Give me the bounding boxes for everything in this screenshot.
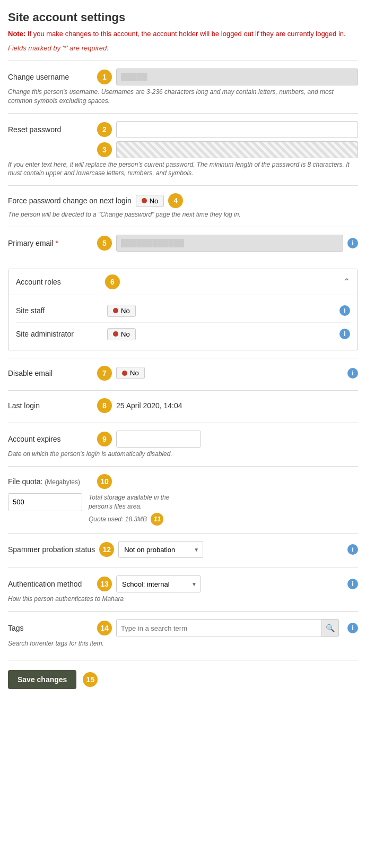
spammer-probation-info-icon[interactable]: i (347, 544, 358, 555)
spammer-probation-label: Spammer probation status (8, 545, 95, 554)
note-box: Note: If you make changes to this accoun… (8, 30, 358, 38)
change-username-label: Change username (8, 73, 93, 81)
account-expires-section: Account expires 9 📅 Date on which the pe… (8, 423, 358, 466)
tags-info-icon[interactable]: i (347, 623, 358, 633)
auth-method-select-wrap: School: internal Internal LDAP ▼ (116, 575, 201, 592)
site-admin-row: Site administrator No i (16, 323, 350, 346)
force-password-section: Force password change on next login No 4… (8, 185, 358, 227)
tags-input-wrap: 🔍 (116, 619, 339, 637)
last-login-section: Last login 8 25 April 2020, 14:04 (8, 390, 358, 423)
site-admin-toggle-value: No (121, 330, 130, 338)
auth-method-info-icon[interactable]: i (347, 579, 358, 589)
force-password-toggle-value: No (150, 197, 159, 205)
disable-email-label: Disable email (8, 369, 93, 377)
auth-method-section: Authentication method 13 School: interna… (8, 568, 358, 611)
tags-section: Tags 14 🔍 i Search for/enter tags for th… (8, 611, 358, 656)
badge-8: 8 (97, 398, 112, 413)
account-expires-row: Account expires 9 📅 (8, 431, 358, 448)
toggle-dot (142, 198, 147, 203)
tags-label: Tags (8, 624, 93, 632)
tags-search-icon[interactable]: 🔍 (321, 620, 338, 637)
badge-6: 6 (105, 274, 120, 289)
site-admin-toggle-dot (113, 331, 118, 337)
confirm-password-striped (116, 141, 358, 158)
site-staff-toggle-dot (113, 308, 118, 313)
badge-2: 2 (97, 122, 112, 137)
file-quota-row: ▼ Total storage available in the person'… (8, 493, 358, 526)
site-staff-toggle[interactable]: No (107, 305, 136, 317)
badge-1: 1 (97, 70, 112, 84)
disable-email-section: Disable email 7 No i (8, 358, 358, 390)
note-label: Note: (8, 30, 25, 38)
badge-15: 15 (83, 672, 98, 687)
file-quota-hint: Total storage available in the person's … (89, 493, 195, 511)
primary-email-input[interactable] (116, 235, 343, 252)
account-roles-header[interactable]: Account roles 6 ⌃ (8, 269, 358, 295)
file-quota-label-row: File quota: (Megabytes) 10 (8, 474, 358, 489)
last-login-row: Last login 8 25 April 2020, 14:04 (8, 398, 358, 413)
disable-email-toggle-dot (122, 371, 127, 376)
auth-method-select[interactable]: School: internal Internal LDAP (116, 575, 201, 592)
change-username-hint: Change this person's username. Usernames… (8, 88, 358, 106)
tags-input[interactable] (117, 620, 321, 637)
force-password-toggle[interactable]: No (136, 195, 164, 207)
reset-password-input[interactable] (116, 121, 358, 138)
primary-email-section: Primary email * 5 i (8, 227, 358, 261)
disable-email-toggle-value: No (130, 369, 139, 377)
reset-password-hint: If you enter text here, it will replace … (8, 160, 358, 178)
page-title: Site account settings (8, 11, 358, 24)
badge-12: 12 (99, 542, 114, 557)
force-password-row: Force password change on next login No 4 (8, 193, 358, 208)
auth-method-hint: How this person authenticates to Mahara (8, 595, 358, 604)
site-staff-label: Site staff (16, 306, 101, 315)
spammer-probation-select[interactable]: Not on probation On probation (118, 541, 203, 558)
account-roles-chevron-icon: ⌃ (343, 277, 350, 287)
file-quota-input[interactable] (8, 494, 82, 511)
last-login-value: 25 April 2020, 14:04 (116, 401, 182, 410)
badge-10: 10 (97, 474, 112, 489)
badge-13: 13 (97, 577, 112, 591)
save-section: Save changes 15 (8, 660, 358, 699)
badge-4: 4 (168, 193, 183, 208)
tags-hint: Search for/enter tags for this item. (8, 639, 358, 648)
disable-email-row: Disable email 7 No i (8, 366, 358, 381)
save-changes-button[interactable]: Save changes (8, 670, 76, 689)
note-text: If you make changes to this account, the… (28, 30, 346, 38)
badge-5: 5 (97, 236, 112, 251)
change-username-input[interactable] (116, 68, 358, 85)
site-staff-info-icon[interactable]: i (339, 305, 350, 316)
primary-email-info-icon[interactable]: i (347, 238, 358, 248)
file-quota-used: Quota used: 18.3MB 11 (89, 513, 195, 526)
confirm-password-row: 3 (8, 141, 358, 158)
tags-row: Tags 14 🔍 i (8, 619, 358, 637)
required-note: Fields marked by '*' are required. (8, 44, 358, 52)
badge-11: 11 (151, 513, 163, 526)
reset-password-section: Reset password 2 3 If you enter text her… (8, 113, 358, 186)
badge-3: 3 (97, 142, 112, 157)
reset-password-label: Reset password (8, 125, 93, 134)
primary-email-label: Primary email * (8, 239, 93, 247)
force-password-label: Force password change on next login (8, 196, 132, 205)
spammer-probation-select-wrap: Not on probation On probation ▼ (118, 541, 203, 558)
badge-7: 7 (97, 366, 112, 381)
last-login-label: Last login (8, 401, 93, 410)
auth-method-row: Authentication method 13 School: interna… (8, 575, 358, 592)
badge-14: 14 (97, 621, 112, 635)
badge-9: 9 (97, 432, 112, 446)
account-roles-label: Account roles (16, 278, 101, 286)
spammer-probation-section: Spammer probation status 12 Not on proba… (8, 533, 358, 568)
change-username-row: Change username 1 (8, 68, 358, 85)
account-expires-input[interactable] (117, 431, 201, 447)
account-expires-label: Account expires (8, 435, 93, 443)
site-admin-info-icon[interactable]: i (339, 329, 350, 339)
file-quota-section: File quota: (Megabytes) 10 ▼ Total stora… (8, 466, 358, 534)
disable-email-toggle[interactable]: No (116, 367, 145, 379)
change-username-section: Change username 1 Change this person's u… (8, 61, 358, 113)
disable-email-info-icon[interactable]: i (347, 368, 358, 379)
site-admin-toggle[interactable]: No (107, 328, 136, 340)
auth-method-label: Authentication method (8, 580, 93, 588)
reset-password-row: Reset password 2 (8, 121, 358, 138)
primary-email-row: Primary email * 5 i (8, 235, 358, 252)
spammer-probation-row: Spammer probation status 12 Not on proba… (8, 541, 358, 558)
site-admin-label: Site administrator (16, 330, 101, 338)
